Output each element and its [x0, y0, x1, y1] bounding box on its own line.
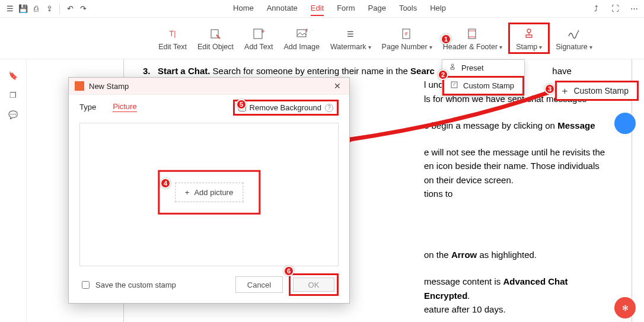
bookmark-icon[interactable]: 🔖: [8, 71, 18, 80]
redo-icon[interactable]: ↷: [76, 2, 90, 15]
tab-annotate[interactable]: Annotate: [267, 1, 298, 16]
save-icon[interactable]: 💾: [17, 2, 30, 15]
list-number: 3.: [143, 66, 151, 76]
main-tabs: Home Annotate Edit Form Page Tools Help: [90, 1, 589, 16]
save-stamp-label: Save the custom stamp: [95, 280, 176, 289]
separator: [59, 4, 60, 14]
add-text-icon: +: [253, 27, 264, 41]
add-picture-highlight: + Add picture: [158, 170, 260, 215]
doc-text-bold: Message: [557, 120, 595, 130]
svg-text:+: +: [261, 28, 264, 36]
add-picture-label: Add picture: [194, 188, 233, 197]
dropdown-label: Preset: [461, 63, 484, 72]
annotation-marker-6: 6: [283, 266, 294, 276]
svg-rect-0: [211, 30, 218, 38]
doc-text: tions to: [424, 187, 614, 200]
edit-ribbon: T| Edit Text Edit Object + Add Text + Ad…: [0, 18, 644, 59]
annotation-marker-2: 2: [438, 69, 448, 80]
doc-text-bold: Searc: [410, 66, 435, 76]
new-stamp-dialog: New Stamp ✕ Type Picture Remove Backgrou…: [68, 77, 350, 304]
signature-icon: [568, 27, 581, 41]
print-icon[interactable]: ⎙: [30, 2, 43, 15]
doc-text: as highlighted.: [477, 250, 537, 260]
overflow-icon[interactable]: ⋯: [627, 2, 640, 15]
ok-button[interactable]: OK: [293, 278, 334, 292]
doc-text: on the: [424, 250, 451, 260]
ribbon-edit-text[interactable]: T| Edit Text: [154, 24, 192, 52]
annotation-marker-5: 5: [236, 99, 247, 110]
ribbon-stamp[interactable]: Stamp▾: [508, 23, 550, 54]
remove-background-option[interactable]: Remove Background ?: [233, 100, 339, 116]
doc-text: message content is: [424, 276, 503, 286]
svg-text:+: +: [305, 28, 308, 34]
stamp-canvas: + Add picture: [79, 123, 339, 266]
add-image-icon: +: [296, 27, 308, 41]
doc-heading: Start a Chat.: [158, 66, 210, 76]
help-float-button[interactable]: ✻: [614, 297, 636, 318]
save-stamp-option[interactable]: Save the custom stamp: [79, 279, 176, 291]
open-icon[interactable]: ☰: [4, 2, 17, 15]
ribbon-signature[interactable]: Signature▾: [551, 24, 597, 52]
ok-highlight: OK: [289, 273, 339, 296]
dropdown-label: Custom Stamp: [463, 81, 514, 90]
edit-object-icon: [209, 27, 221, 41]
fullscreen-icon[interactable]: ⛶: [608, 2, 621, 15]
annotation-marker-3: 3: [544, 84, 555, 94]
watermark-icon: ☰: [347, 27, 354, 41]
left-sidebar: 🔖 ❐ 💬: [0, 59, 27, 322]
doc-text: Search for someone by entering their nam…: [213, 66, 411, 76]
svg-rect-7: [468, 29, 476, 39]
tab-edit[interactable]: Edit: [311, 1, 324, 16]
dialog-footer: Save the custom stamp Cancel OK: [69, 266, 349, 303]
ribbon-edit-object[interactable]: Edit Object: [193, 24, 238, 52]
type-tab-picture[interactable]: Picture: [113, 102, 136, 112]
tab-help[interactable]: Help: [430, 1, 446, 16]
callout-label: Custom Stamp: [573, 86, 629, 95]
dropdown-item-preset[interactable]: Preset: [442, 60, 524, 76]
doc-text-bold: Arrow: [451, 250, 477, 260]
doc-text: on their device screen.: [424, 173, 614, 187]
export-icon[interactable]: ⤴: [589, 2, 602, 15]
chat-bubble-button[interactable]: [614, 113, 636, 134]
ribbon-add-image[interactable]: + Add Image: [279, 24, 324, 52]
doc-text: eature after 10 days.: [424, 302, 614, 316]
tab-page[interactable]: Page: [368, 1, 386, 16]
doc-text: e will not see the message until he revi…: [424, 145, 614, 159]
copy-icon[interactable]: ❐: [9, 91, 17, 100]
share-icon[interactable]: ⇪: [43, 2, 56, 15]
comment-icon[interactable]: 💬: [8, 110, 18, 119]
doc-text: en icon beside their name. Those individ…: [424, 159, 614, 173]
custom-stamp-callout-button[interactable]: + Custom Stamp: [555, 81, 639, 101]
tab-tools[interactable]: Tools: [399, 1, 417, 16]
undo-icon[interactable]: ↶: [63, 2, 76, 15]
dialog-body: Type Picture Remove Background ? + Add p…: [69, 95, 349, 266]
svg-text:#: #: [405, 31, 408, 37]
dropdown-item-custom-stamp[interactable]: Custom Stamp: [442, 76, 524, 95]
titlebar-toolbar: ☰ 💾 ⎙ ⇪ ↶ ↷ Home Annotate Edit Form Page…: [0, 0, 644, 18]
doc-text: e begin a message by clicking on: [424, 120, 557, 130]
save-stamp-checkbox[interactable]: [82, 281, 90, 289]
svg-rect-10: [451, 82, 457, 88]
edit-small-icon: [450, 81, 458, 91]
tab-form[interactable]: Form: [337, 1, 355, 16]
ribbon-watermark[interactable]: ☰ Watermark▾: [326, 24, 376, 52]
cancel-button[interactable]: Cancel: [235, 276, 283, 293]
stamp-dropdown: Preset Custom Stamp: [442, 59, 525, 96]
page-number-icon: #: [401, 27, 413, 41]
tab-home[interactable]: Home: [233, 1, 254, 16]
add-picture-button[interactable]: + Add picture: [175, 183, 243, 202]
edit-text-icon: T|: [170, 27, 176, 41]
remove-background-label: Remove Background: [250, 103, 321, 112]
ribbon-add-text[interactable]: + Add Text: [240, 24, 278, 52]
doc-text: .: [467, 291, 470, 301]
app-logo-icon: [75, 81, 84, 91]
header-footer-icon: [467, 27, 479, 41]
close-icon[interactable]: ✕: [331, 81, 343, 91]
annotation-marker-1: 1: [441, 34, 451, 44]
help-icon[interactable]: ?: [325, 104, 333, 112]
ribbon-page-number[interactable]: # Page Number▾: [377, 24, 437, 52]
window-controls: ⤴ ⛶ ⋯: [589, 2, 640, 15]
type-row: Type Picture Remove Background ?: [79, 102, 339, 112]
plus-icon: +: [562, 86, 568, 96]
annotation-marker-4: 4: [160, 178, 171, 189]
